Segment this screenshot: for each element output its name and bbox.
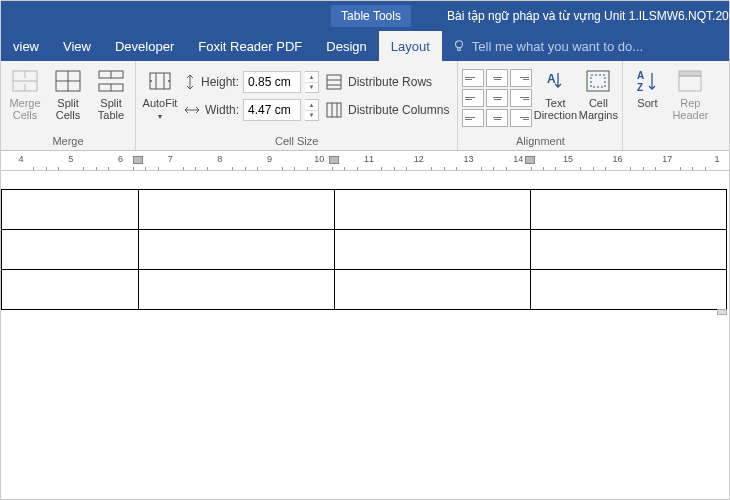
height-icon xyxy=(183,73,197,91)
height-label: Height: xyxy=(201,75,239,89)
svg-rect-23 xyxy=(587,71,609,91)
column-marker[interactable] xyxy=(525,156,535,164)
document-area[interactable] xyxy=(1,171,729,500)
split-cells-label: Split Cells xyxy=(50,97,86,121)
merge-cells-label: Merge Cells xyxy=(7,97,43,121)
svg-text:A: A xyxy=(547,72,556,86)
lightbulb-icon xyxy=(452,39,466,53)
sort-label: Sort xyxy=(637,97,657,109)
document-title: Bài tập ngữ pháp và từ vựng Unit 1.ILSMW… xyxy=(441,1,729,31)
align-top-center[interactable] xyxy=(486,69,508,87)
distribute-columns-button[interactable]: Distribute Columns xyxy=(322,97,453,123)
tab-foxit[interactable]: Foxit Reader PDF xyxy=(186,31,314,61)
table-row[interactable] xyxy=(2,270,727,310)
tab-layout[interactable]: Layout xyxy=(379,31,442,61)
split-table-button[interactable]: Split Table xyxy=(91,65,131,123)
align-top-right[interactable] xyxy=(510,69,532,87)
tell-me-placeholder: Tell me what you want to do... xyxy=(472,39,643,54)
align-bot-left[interactable] xyxy=(462,109,484,127)
table-row[interactable] xyxy=(2,230,727,270)
merge-cells-icon xyxy=(12,70,38,92)
horizontal-ruler[interactable]: 45678910111213141516171 xyxy=(1,151,729,171)
table-tools-label: Table Tools xyxy=(331,5,411,27)
table-row[interactable] xyxy=(2,190,727,230)
cell-margins-label: Cell Margins xyxy=(579,97,618,121)
text-direction-label: Text Direction xyxy=(534,97,577,121)
tab-developer[interactable]: Developer xyxy=(103,31,186,61)
ruler-number: 12 xyxy=(414,154,424,164)
ruler-number: 9 xyxy=(267,154,272,164)
title-spacer xyxy=(1,1,301,31)
ruler-number: 17 xyxy=(662,154,672,164)
ruler-number: 10 xyxy=(314,154,324,164)
svg-text:A: A xyxy=(637,70,644,81)
split-table-label: Split Table xyxy=(93,97,129,121)
repeat-header-button[interactable]: Rep Header xyxy=(670,65,710,123)
cell-margins-icon xyxy=(586,70,610,92)
align-mid-left[interactable] xyxy=(462,89,484,107)
ruler-number: 11 xyxy=(364,154,374,164)
height-input[interactable] xyxy=(243,71,301,93)
svg-rect-13 xyxy=(150,73,170,89)
column-marker[interactable] xyxy=(133,156,143,164)
width-input[interactable] xyxy=(243,99,301,121)
width-spinner[interactable]: ▲▼ xyxy=(305,99,319,121)
ruler-number: 4 xyxy=(18,154,23,164)
repeat-header-label: Rep Header xyxy=(672,97,708,121)
repeat-header-icon xyxy=(678,70,702,92)
table-resize-handle[interactable] xyxy=(717,309,727,315)
ruler-number: 13 xyxy=(463,154,473,164)
table[interactable] xyxy=(1,189,727,310)
column-marker[interactable] xyxy=(329,156,339,164)
group-alignment: A Text Direction Cell Margins Alignment xyxy=(458,61,623,150)
ribbon: Merge Cells Split Cells Split Table Merg… xyxy=(1,61,729,151)
split-cells-icon xyxy=(55,70,81,92)
tab-review[interactable]: view xyxy=(1,31,51,61)
autofit-icon xyxy=(147,70,173,92)
align-bot-center[interactable] xyxy=(486,109,508,127)
cell-size-group-label: Cell Size xyxy=(140,133,453,150)
spinner-up-icon[interactable]: ▲ xyxy=(305,100,318,111)
alignment-grid xyxy=(462,69,532,127)
svg-rect-28 xyxy=(679,76,701,91)
autofit-label: AutoFit▾ xyxy=(143,97,178,122)
split-table-icon xyxy=(98,70,124,92)
ruler-number: 16 xyxy=(613,154,623,164)
align-bot-right[interactable] xyxy=(510,109,532,127)
spinner-up-icon[interactable]: ▲ xyxy=(305,72,318,83)
spinner-down-icon[interactable]: ▼ xyxy=(305,83,318,93)
ruler-number: 15 xyxy=(563,154,573,164)
distribute-rows-label: Distribute Rows xyxy=(348,75,432,89)
align-mid-center[interactable] xyxy=(486,89,508,107)
align-top-left[interactable] xyxy=(462,69,484,87)
autofit-button[interactable]: AutoFit▾ xyxy=(140,65,180,124)
alignment-group-label: Alignment xyxy=(462,133,618,150)
split-cells-button[interactable]: Split Cells xyxy=(48,65,88,123)
height-spinner[interactable]: ▲▼ xyxy=(305,71,319,93)
distribute-columns-label: Distribute Columns xyxy=(348,103,449,117)
distribute-columns-icon xyxy=(326,102,342,118)
tab-design[interactable]: Design xyxy=(314,31,378,61)
title-bar: Table Tools Bài tập ngữ pháp và từ vựng … xyxy=(1,1,729,31)
width-row: Width: ▲▼ xyxy=(183,97,319,123)
ruler-number: 1 xyxy=(715,154,720,164)
sort-button[interactable]: AZ Sort xyxy=(627,65,667,111)
sort-icon: AZ xyxy=(635,69,659,93)
group-data: AZ Sort Rep Header xyxy=(623,61,714,150)
height-row: Height: ▲▼ xyxy=(183,69,319,95)
ruler-number: 7 xyxy=(168,154,173,164)
ruler-number: 8 xyxy=(217,154,222,164)
align-mid-right[interactable] xyxy=(510,89,532,107)
ruler-number: 6 xyxy=(118,154,123,164)
ruler-number: 5 xyxy=(68,154,73,164)
cell-margins-button[interactable]: Cell Margins xyxy=(578,65,618,123)
group-merge: Merge Cells Split Cells Split Table Merg… xyxy=(1,61,136,150)
merge-cells-button[interactable]: Merge Cells xyxy=(5,65,45,123)
tell-me-search[interactable]: Tell me what you want to do... xyxy=(442,31,729,61)
svg-point-0 xyxy=(455,41,462,48)
tab-view[interactable]: View xyxy=(51,31,103,61)
spinner-down-icon[interactable]: ▼ xyxy=(305,111,318,121)
distribute-rows-button[interactable]: Distribute Rows xyxy=(322,69,453,95)
text-direction-button[interactable]: A Text Direction xyxy=(535,65,575,123)
table-tools-contextual: Table Tools xyxy=(301,1,441,31)
